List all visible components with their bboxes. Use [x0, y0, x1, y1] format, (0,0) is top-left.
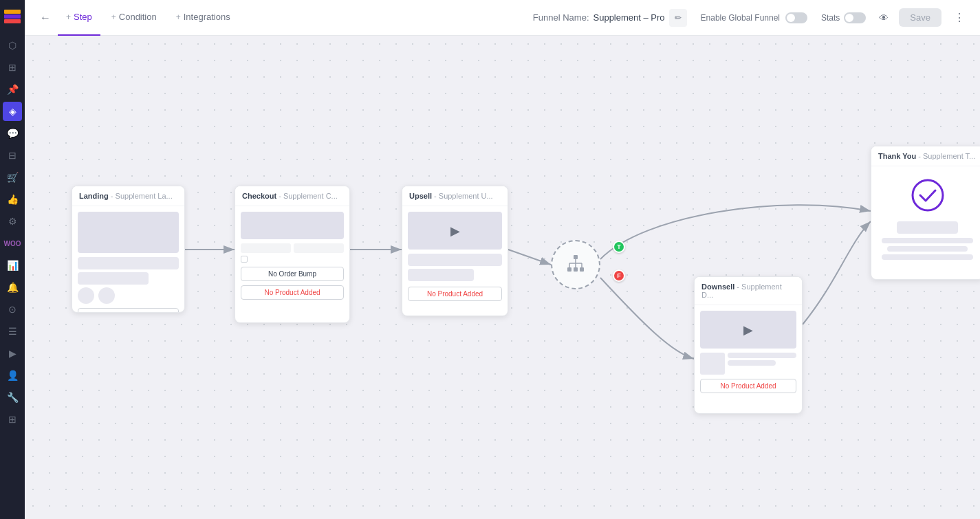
cart-icon[interactable]: 🛒 [3, 168, 22, 187]
downsell-card-body: ▶ No Product Added [695, 305, 802, 399]
stats-toggle[interactable] [844, 12, 866, 23]
circle-icon[interactable]: ⊙ [3, 300, 22, 319]
bar-icon[interactable]: 📊 [3, 256, 22, 275]
more-options-button[interactable]: ⋮ [950, 8, 969, 27]
landing-node[interactable]: Landing - Supplement La... Call To Actio… [72, 186, 185, 313]
play-icon: ▶ [450, 223, 460, 239]
wrench-icon[interactable]: 🔧 [3, 388, 22, 407]
upsell-subtitle: - Supplement U... [434, 192, 493, 200]
bell-icon[interactable]: 🔔 [3, 278, 22, 297]
svg-rect-0 [4, 10, 21, 14]
grid-icon[interactable]: ⊞ [3, 410, 22, 429]
thankyou-card-body [871, 166, 980, 269]
downsell-video-mock: ▶ [700, 311, 796, 349]
upsell-mock-line-1 [408, 254, 502, 266]
stats-label: Stats [821, 13, 840, 23]
upsell-no-product-button[interactable]: No Product Added [408, 287, 502, 301]
landing-card-body: Call To Action [72, 206, 184, 313]
plus-icon-condition: + [111, 12, 116, 22]
enable-global-funnel-label: Enable Global Funnel [701, 13, 780, 23]
chat-icon[interactable]: 💬 [3, 124, 22, 143]
downsell-play-icon: ▶ [743, 322, 753, 338]
layers-icon[interactable]: ⊟ [3, 146, 22, 165]
downsell-line-1 [728, 353, 796, 358]
downsell-line-2 [728, 360, 776, 366]
thankyou-card-header: Thank You - Supplement T... [871, 146, 980, 166]
edit-icon: ✏ [675, 13, 682, 23]
checkout-subtitle: - Supplement C... [279, 192, 338, 200]
upsell-mock-line-2 [408, 269, 474, 281]
upsell-node[interactable]: Upsell - Supplement U... ▶ No Product Ad… [402, 186, 508, 316]
list-icon[interactable]: ☰ [3, 322, 22, 341]
tab-condition[interactable]: + Condition [103, 0, 165, 36]
checkout-mock-image [241, 212, 344, 239]
thankyou-subtitle: - Supplement T... [918, 152, 975, 160]
order-bump-checkbox [241, 256, 248, 263]
thankyou-mock-line-3 [887, 246, 968, 252]
back-button[interactable]: ← [36, 8, 55, 27]
woo-icon[interactable]: WOO [3, 234, 22, 253]
sidebar: ⬡ ⊞ 📌 ◈ 💬 ⊟ 🛒 👍 ⚙ WOO 📊 🔔 ⊙ ☰ ▶ 👤 🔧 ⊞ [0, 0, 25, 519]
landing-subtitle: - Supplement La... [111, 192, 173, 200]
checkout-order-bump-row [241, 256, 344, 263]
landing-mock-line-2 [78, 272, 149, 285]
split-node[interactable] [551, 240, 600, 289]
false-badge: F [613, 269, 625, 282]
funnel-icon[interactable]: ⬡ [3, 36, 22, 55]
highlight-icon[interactable]: ◈ [3, 102, 22, 121]
tab-integrations[interactable]: + Integrations [168, 0, 239, 36]
push-icon[interactable]: ▶ [3, 344, 22, 363]
downsell-title: Downsell [701, 283, 734, 291]
thankyou-title: Thank You [878, 152, 916, 160]
landing-card-header: Landing - Supplement La... [72, 186, 184, 206]
svg-rect-1 [4, 14, 21, 19]
downsell-node[interactable]: Downsell - Supplement D... ▶ No Product … [694, 276, 803, 414]
checkout-title: Checkout [242, 192, 276, 200]
funnel-name-value: Supplement – Pro [594, 12, 665, 23]
canvas[interactable]: Landing - Supplement La... Call To Actio… [25, 36, 980, 519]
funnel-name-label: Funnel Name: [533, 12, 589, 23]
tab-step[interactable]: + Step [58, 0, 100, 36]
checkout-input-1 [241, 243, 291, 253]
enable-global-funnel-section: Enable Global Funnel [701, 12, 807, 23]
thankyou-mock-line-2 [882, 238, 972, 243]
checkout-no-product-button[interactable]: No Product Added [241, 285, 344, 300]
save-button[interactable]: Save [899, 8, 941, 27]
downsell-thumb [700, 353, 725, 375]
thankyou-node[interactable]: Thank You - Supplement T... [871, 146, 980, 280]
eye-icon: 👁 [879, 12, 889, 23]
pin-icon[interactable]: 📌 [3, 80, 22, 99]
funnel-name-section: Funnel Name: Supplement – Pro ✏ [533, 9, 687, 27]
downsell-text-area [700, 353, 796, 375]
true-badge-label: T [617, 243, 621, 250]
plus-icon-integrations: + [176, 12, 181, 22]
preview-button[interactable]: 👁 [874, 8, 893, 27]
svg-rect-6 [567, 267, 571, 272]
downsell-card-header: Downsell - Supplement D... [695, 277, 802, 305]
settings-icon[interactable]: ⚙ [3, 212, 22, 231]
downsell-no-product-button[interactable]: No Product Added [700, 379, 796, 393]
landing-icon-2 [98, 287, 115, 304]
thankyou-mock-line-4 [882, 254, 972, 260]
checkout-form-row [241, 243, 344, 253]
stats-section: Stats [821, 12, 866, 23]
upsell-card-body: ▶ No Product Added [402, 206, 508, 307]
checkout-card-header: Checkout - Supplement C... [235, 186, 349, 206]
upsell-card-header: Upsell - Supplement U... [402, 186, 508, 206]
upsell-title: Upsell [409, 192, 432, 200]
logo [1, 5, 23, 27]
downsell-text-lines [728, 353, 796, 375]
checkout-order-bump-button[interactable]: No Order Bump [241, 267, 344, 281]
edit-funnel-name-button[interactable]: ✏ [669, 9, 687, 27]
true-badge: T [613, 241, 625, 253]
enable-global-funnel-toggle[interactable] [785, 12, 807, 23]
pages-icon[interactable]: ⊞ [3, 58, 22, 77]
thumb-icon[interactable]: 👍 [3, 190, 22, 209]
landing-cta-button[interactable]: Call To Action [78, 308, 179, 313]
user-icon[interactable]: 👤 [3, 366, 22, 385]
checkout-card-body: No Order Bump No Product Added [235, 206, 349, 305]
checkout-node[interactable]: Checkout - Supplement C... No Order Bump… [235, 186, 350, 323]
svg-rect-5 [574, 255, 578, 259]
topbar: ← + Step + Condition + Integrations Funn… [25, 0, 980, 36]
checkout-input-2 [294, 243, 344, 253]
